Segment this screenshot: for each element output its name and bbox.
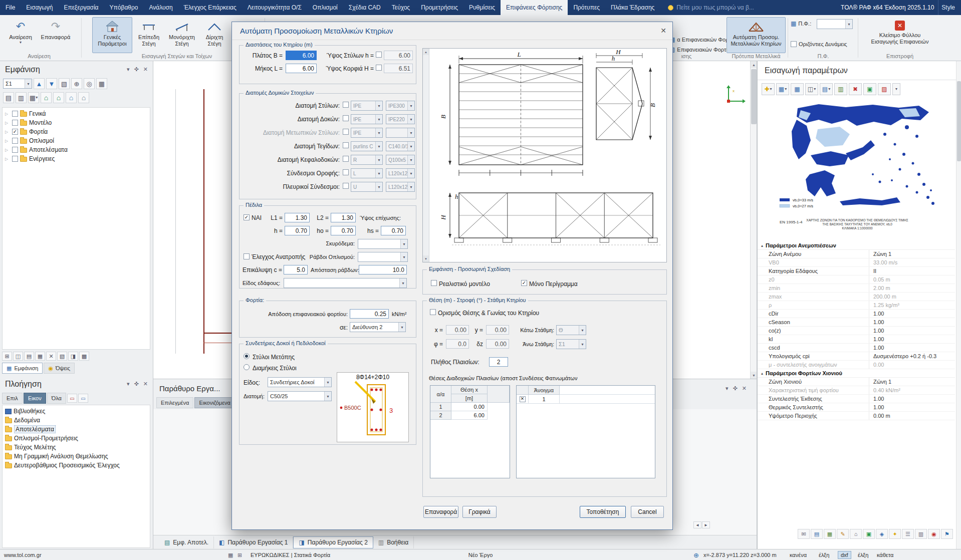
mono-roof-button[interactable]: Μονόριχτη Στέγη — [165, 17, 198, 53]
menu-load-surfaces[interactable]: Επιφάνειες Φόρτισης — [501, 0, 568, 15]
rebar-combo[interactable]: ▾ — [358, 252, 408, 262]
cancel-button[interactable]: Cancel — [631, 506, 664, 518]
hatch-icon[interactable]: ▧ — [57, 352, 67, 361]
param-row[interactable]: z00.05 m — [758, 275, 955, 284]
footings-yes-checkbox[interactable] — [244, 214, 250, 220]
scroll-down-icon[interactable]: ▼ — [423, 255, 429, 262]
scrollbar-thumb[interactable] — [751, 69, 757, 124]
redo-button[interactable]: ↷ Επαναφορά — [39, 17, 72, 53]
table-cell[interactable]: 0.00 — [451, 403, 488, 411]
zoom-window-icon[interactable]: ▧ — [59, 78, 70, 89]
param-row[interactable]: Χαρακτηριστική τιμή φορτίου0.40 kN/m² — [758, 386, 955, 395]
dz-input[interactable]: 0.00 — [486, 339, 509, 349]
tab-selected[interactable]: Επιλ — [2, 393, 23, 404]
flag-icon[interactable]: ⚑ — [941, 529, 953, 539]
front-view-icon[interactable]: ⌂ — [53, 92, 64, 103]
columns-icon[interactable]: ◫▾ — [805, 83, 818, 95]
menu-adequacy-check[interactable]: Έλεγχος Επάρκειας — [178, 0, 242, 15]
param-row[interactable]: Συντελεστής Έκθεσης1.00 — [758, 395, 955, 403]
l1-input[interactable]: 1.30 — [285, 213, 310, 222]
scrollbar-thumb[interactable] — [957, 81, 961, 161]
param-row[interactable]: cDir1.00 — [758, 310, 955, 318]
kind-combo[interactable]: Συνδετήριες Δοκοί▾ — [268, 377, 332, 387]
hs-input[interactable]: 0.70 — [381, 226, 406, 235]
beams-section-size-combo[interactable]: IPE220▾ — [386, 114, 415, 124]
star-icon[interactable]: ✦ — [889, 529, 901, 539]
outline-only-checkbox[interactable] — [521, 280, 527, 286]
tie-section-combo[interactable]: C50/25▾ — [268, 391, 332, 401]
metal-buildings-button[interactable]: Αυτόματη Προσομ. Μεταλλικών Κτηρίων — [727, 17, 786, 53]
tab-views[interactable]: ◉ Όψεις — [44, 363, 75, 374]
top-view-icon[interactable]: ⌂ — [66, 92, 77, 103]
param-row[interactable]: VB033.00 m/s — [758, 258, 955, 267]
list-icon[interactable]: ▥ — [915, 529, 927, 539]
move-up-icon[interactable]: ▲ — [34, 78, 45, 89]
expander-icon[interactable]: ▷ — [5, 112, 10, 116]
beams-section-type-combo[interactable]: IPE▾ — [351, 114, 383, 124]
zoom-in-icon[interactable]: ◎ — [84, 78, 95, 89]
horizontal-forces-checkbox[interactable] — [791, 41, 797, 47]
x-input[interactable]: 0.00 — [446, 325, 469, 335]
axon-view-icon[interactable]: ⌂ — [41, 92, 52, 103]
column-height-link-checkbox[interactable] — [376, 52, 382, 58]
list-view-icon[interactable]: ▭ — [67, 394, 77, 403]
table-cell[interactable]: 6.00 — [451, 411, 488, 420]
menu-insert[interactable]: Εισαγωγή — [21, 0, 58, 15]
define-position-checkbox[interactable] — [430, 309, 436, 315]
target-icon[interactable]: ◉ — [928, 529, 940, 539]
beams-section-checkbox[interactable] — [343, 115, 349, 121]
roof-bracing-size-combo[interactable]: L120x12▾ — [386, 168, 415, 178]
table-icon[interactable]: ▦ — [824, 529, 836, 539]
overturning-checkbox[interactable] — [244, 253, 250, 259]
tree-item-reinforcement[interactable]: ▷ Οπλισμοί — [3, 136, 150, 145]
menu-icon[interactable]: ☰ — [902, 529, 914, 539]
status-url[interactable]: www.tol.com.gr — [4, 549, 42, 560]
list-icon[interactable]: ▥ — [834, 83, 847, 95]
gable-columns-size-combo[interactable]: ▾ — [386, 128, 415, 138]
duo-roof-button[interactable]: Δίριχτη Στέγη — [200, 17, 228, 53]
param-row[interactable]: cscd1.00 — [758, 344, 955, 352]
wireframe-view-icon[interactable]: ▤ — [3, 92, 14, 103]
edit-icon[interactable]: ✎ — [837, 529, 849, 539]
diamond-icon[interactable]: ◈ — [876, 529, 888, 539]
lower-level-combo[interactable]: Θ▾ — [556, 325, 586, 335]
checkbox[interactable] — [12, 156, 18, 162]
status-ortho[interactable]: κάθετα — [877, 549, 893, 560]
grid-view-icon[interactable]: ▦▾ — [776, 83, 789, 95]
scroll-right-icon[interactable]: ► — [702, 521, 710, 528]
status-dxf[interactable]: dxf — [838, 549, 851, 560]
param-row[interactable]: kI1.00 — [758, 335, 955, 344]
status-snap-none[interactable]: κανένα — [790, 549, 807, 560]
tab-shown[interactable]: Εικον — [24, 393, 46, 404]
nav-item-reinforcement-quantities[interactable]: Οπλισμοί-Προμετρήσεις — [3, 434, 150, 443]
param-row[interactable]: Υπολογισμός cpiΔυσμενέστερο +0.2 ή -0.3 — [758, 352, 955, 361]
gable-columns-type-combo[interactable]: IPE▾ — [351, 128, 383, 138]
menu-background[interactable]: Υπόβαθρο — [104, 0, 144, 15]
h-input[interactable]: 0.70 — [285, 226, 310, 235]
delete-icon[interactable]: ✕ — [46, 352, 56, 361]
param-row[interactable]: zmax200.00 m — [758, 293, 955, 301]
graphics-button[interactable]: Γραφικά — [462, 506, 497, 518]
move-down-icon[interactable]: ▼ — [46, 78, 57, 89]
pin-icon[interactable]: ✜ — [134, 381, 139, 387]
table-view-icon[interactable]: ▦ — [791, 83, 804, 95]
opening-value-cell[interactable]: 1 — [529, 395, 560, 404]
nav-item-preseismic-check[interactable]: Δευτεροβάθμιος Προσεισμικός Έλεγχος — [3, 461, 150, 470]
menu-quantities[interactable]: Προμετρήσεις — [415, 0, 463, 15]
shaded-view-icon[interactable]: ▦▾ — [28, 92, 39, 103]
mail-icon[interactable]: ✉ — [798, 529, 810, 539]
param-row[interactable]: co(z)1.00 — [758, 327, 955, 335]
opening-checked-checkbox[interactable] — [520, 396, 526, 402]
side-bracing-type-combo[interactable]: U▾ — [351, 182, 383, 192]
dialog-title-bar[interactable]: Αυτόματη Προσομοίωση Μεταλλικών Κτηρίων — [232, 22, 672, 40]
close-icon[interactable]: ✕ — [143, 381, 148, 387]
eave-beams-type-combo[interactable]: R▾ — [351, 155, 383, 165]
ridge-height-input[interactable]: 6.51 — [384, 64, 413, 73]
menu-cad-drawings[interactable]: Σχέδια CAD — [343, 0, 386, 15]
cover-input[interactable]: 5.0 — [284, 265, 308, 274]
param-row[interactable]: cSeason1.00 — [758, 318, 955, 327]
scroll-up-icon[interactable]: ▲ — [423, 49, 429, 55]
tree-item-loads[interactable]: ▷ Φορτία — [3, 127, 150, 136]
menu-edit[interactable]: Επεξεργασία — [58, 0, 104, 15]
grid-icon[interactable]: ▤ — [24, 352, 34, 361]
